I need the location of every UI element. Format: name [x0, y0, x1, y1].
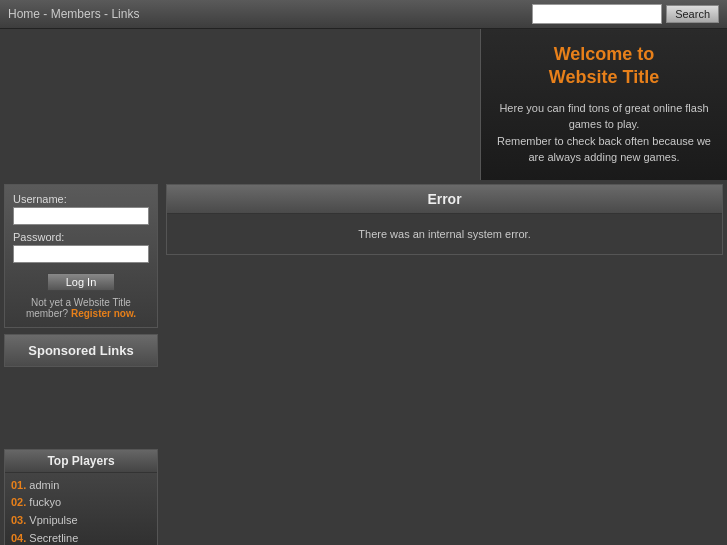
username-input[interactable] [13, 207, 149, 225]
list-item: 02. fuckyo [11, 494, 151, 512]
search-form: Search [532, 4, 719, 24]
welcome-box: Welcome toWebsite Title Here you can fin… [480, 29, 727, 180]
register-text: Not yet a Website Title member? Register… [13, 297, 149, 319]
player-rank: 02. [11, 496, 29, 508]
player-rank: 03. [11, 514, 29, 526]
list-item: 03. Vpnipulse [11, 512, 151, 530]
player-rank: 04. [11, 532, 29, 544]
error-header: Error [167, 185, 722, 214]
links-link[interactable]: Links [111, 7, 139, 21]
content-area: Username: Password: Log In Not yet a Web… [0, 180, 727, 545]
nav-separator: - [43, 7, 50, 21]
list-item: 04. Secretline [11, 530, 151, 545]
members-link[interactable]: Members [51, 7, 101, 21]
top-players-title: Top Players [5, 450, 157, 473]
main-content: Error There was an internal system error… [162, 180, 727, 545]
search-button[interactable]: Search [666, 5, 719, 23]
welcome-title: Welcome toWebsite Title [549, 43, 659, 90]
register-link[interactable]: Register now. [71, 308, 136, 319]
username-label: Username: [13, 193, 149, 205]
welcome-text: Here you can find tons of great online f… [493, 100, 715, 166]
sponsored-links-box: Sponsored Links [4, 334, 158, 367]
player-rank: 01. [11, 479, 29, 491]
top-nav: Home - Members - Links [8, 7, 139, 21]
sidebar: Username: Password: Log In Not yet a Web… [0, 180, 162, 545]
error-box: Error There was an internal system error… [166, 184, 723, 255]
password-label: Password: [13, 231, 149, 243]
top-players-box: Top Players 01. admin02. fuckyo03. Vpnip… [4, 449, 158, 545]
sponsored-content [4, 373, 158, 443]
password-input[interactable] [13, 245, 149, 263]
top-players-list: 01. admin02. fuckyo03. Vpnipulse04. Secr… [5, 473, 157, 545]
header-ad [0, 29, 480, 174]
top-bar: Home - Members - Links Search [0, 0, 727, 29]
header-section: Welcome toWebsite Title Here you can fin… [0, 29, 727, 180]
player-name: Vpnipulse [29, 514, 77, 526]
player-name: fuckyo [29, 496, 61, 508]
search-input[interactable] [532, 4, 662, 24]
login-button[interactable]: Log In [47, 273, 116, 291]
list-item: 01. admin [11, 477, 151, 495]
player-name: admin [29, 479, 59, 491]
home-link[interactable]: Home [8, 7, 40, 21]
login-box: Username: Password: Log In Not yet a Web… [4, 184, 158, 328]
error-message: There was an internal system error. [167, 214, 722, 254]
player-name: Secretline [29, 532, 78, 544]
